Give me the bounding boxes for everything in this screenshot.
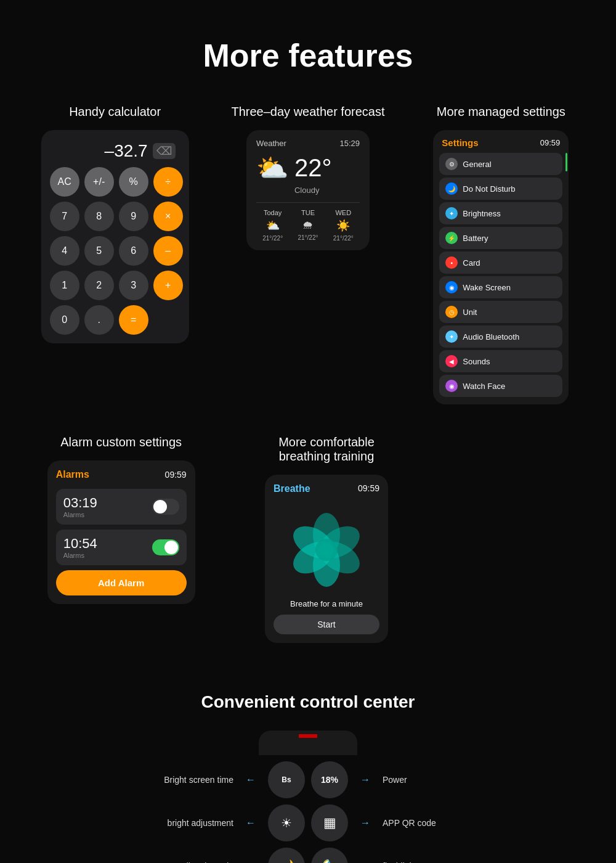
calc-btn-plusminus[interactable]: +/- xyxy=(84,167,114,197)
settings-item-audio[interactable]: ✦ Audio Bluetooth xyxy=(439,325,562,348)
calc-btn-percent[interactable]: % xyxy=(119,167,148,197)
calc-btn-0[interactable]: 0 xyxy=(50,305,79,335)
calculator-widget: –32.7 ⌫ AC +/- % ÷ 7 8 9 × 4 5 6 – 1 xyxy=(41,130,189,343)
settings-item-sounds[interactable]: ◀ Sounds xyxy=(439,350,562,372)
weather-cloud-icon: ⛅ xyxy=(256,153,288,183)
breathe-header: Breathe 09:59 xyxy=(274,483,379,494)
weather-desc: Cloudy xyxy=(294,186,360,195)
alarm-toggle-1[interactable] xyxy=(152,499,179,515)
control-center-layout: Bright screen time Bs 18% Power bright a… xyxy=(18,730,598,863)
cc-rows: Bright screen time Bs 18% Power bright a… xyxy=(123,761,493,863)
weather-header-left: Weather xyxy=(256,139,286,148)
settings-item-watchface[interactable]: ◉ Watch Face xyxy=(439,375,562,397)
alarm-label-2: Alarms xyxy=(63,552,97,559)
calc-btn-divide[interactable]: ÷ xyxy=(153,167,183,197)
alarm-label: Alarm custom settings xyxy=(60,435,182,449)
calc-btn-8[interactable]: 8 xyxy=(84,202,114,231)
breathe-time: 09:59 xyxy=(358,483,379,494)
calc-btn-ac[interactable]: AC xyxy=(50,167,79,197)
settings-item-dnd-label: Do Not Disturb xyxy=(463,184,515,194)
cc-buttons-3: 🌙 🔦 xyxy=(268,848,348,863)
wakescreen-icon: ◉ xyxy=(445,281,458,293)
cc-btn-power-label: 18% xyxy=(321,775,338,785)
settings-block: More managed settings Settings 09:59 ⚙ G… xyxy=(415,105,587,404)
calc-btn-4[interactable]: 4 xyxy=(50,236,79,266)
forecast-today: Today ⛅ 21°/22° xyxy=(262,209,283,242)
forecast-tue: TUE 🌧 21°/22° xyxy=(298,209,318,242)
settings-item-card-label: Card xyxy=(463,258,480,268)
cc-btn-bright-adj[interactable]: ☀ xyxy=(268,804,305,841)
calc-btn-equals[interactable]: = xyxy=(119,305,148,335)
device-top xyxy=(259,730,357,755)
alarm-info-2: 10:54 Alarms xyxy=(63,536,97,559)
settings-item-brightness-label: Brightness xyxy=(463,209,500,218)
backspace-icon[interactable]: ⌫ xyxy=(153,143,176,159)
cc-btn-bright-adj-icon: ☀ xyxy=(281,816,292,830)
alarm-block: Alarm custom settings Alarms 09:59 03:19… xyxy=(35,435,208,604)
cc-btn-qr-icon: ▦ xyxy=(323,815,336,831)
unit-icon: ◷ xyxy=(445,306,458,318)
weather-forecast: Today ⛅ 21°/22° TUE 🌧 21°/22° WED ☀️ 21°… xyxy=(256,202,360,242)
calc-btn-dot[interactable]: . xyxy=(84,305,114,335)
calc-btn-1[interactable]: 1 xyxy=(50,271,79,300)
weather-widget: Weather 15:29 ⛅ 22° Cloudy Today ⛅ 21°/2… xyxy=(246,130,370,250)
cc-label-bright-screen: Bright screen time xyxy=(123,775,233,785)
forecast-today-label: Today xyxy=(264,209,282,216)
control-center-section: Convenient control center Bright screen … xyxy=(0,680,616,863)
calc-btn-9[interactable]: 9 xyxy=(119,202,148,231)
breathe-block: More comfortable breathing training Brea… xyxy=(240,435,413,643)
card-icon: ▪ xyxy=(445,256,458,269)
calc-btn-2[interactable]: 2 xyxy=(84,271,114,300)
cc-btn-qr[interactable]: ▦ xyxy=(311,804,348,841)
alarm-item-1: 03:19 Alarms xyxy=(56,489,187,525)
weather-header: Weather 15:29 xyxy=(256,139,360,148)
cc-btn-dnd[interactable]: 🌙 xyxy=(268,848,305,863)
breathe-start-button[interactable]: Start xyxy=(274,615,379,634)
cc-btn-bright-screen[interactable]: Bs xyxy=(268,761,305,798)
calc-btn-multiply[interactable]: × xyxy=(153,202,183,231)
top-row: Handy calculator –32.7 ⌫ AC +/- % ÷ 7 8 … xyxy=(0,105,616,404)
toggle-thumb-2 xyxy=(164,541,178,554)
cc-btn-bright-screen-label: Bs xyxy=(282,775,291,784)
settings-widget: Settings 09:59 ⚙ General 🌙 Do Not Distur… xyxy=(433,130,569,404)
calculator-label: Handy calculator xyxy=(69,105,161,119)
calc-buttons: AC +/- % ÷ 7 8 9 × 4 5 6 – 1 2 3 + 0 xyxy=(50,167,180,335)
settings-item-dnd[interactable]: 🌙 Do Not Disturb xyxy=(439,178,562,200)
cc-arrow-left-2 xyxy=(246,817,256,828)
calc-value: –32.7 xyxy=(105,141,148,161)
settings-item-card[interactable]: ▪ Card xyxy=(439,252,562,274)
settings-item-battery[interactable]: ⚡ Battery xyxy=(439,227,562,249)
settings-item-unit[interactable]: ◷ Unit xyxy=(439,301,562,323)
audio-icon: ✦ xyxy=(445,330,458,343)
alarm-toggle-2[interactable] xyxy=(152,539,179,555)
settings-item-brightness[interactable]: ✦ Brightness xyxy=(439,202,562,224)
calc-btn-5[interactable]: 5 xyxy=(84,236,114,266)
alarm-time: 09:59 xyxy=(165,470,187,480)
alarm-widget: Alarms 09:59 03:19 Alarms 10:54 Alarms xyxy=(47,460,195,604)
alarm-clock-2: 10:54 xyxy=(63,536,97,552)
forecast-wed-label: WED xyxy=(335,209,351,216)
settings-header: Settings 09:59 xyxy=(439,137,562,148)
settings-item-wakescreen[interactable]: ◉ Wake Screen xyxy=(439,276,562,298)
calculator-block: Handy calculator –32.7 ⌫ AC +/- % ÷ 7 8 … xyxy=(29,105,201,343)
forecast-tue-temps: 21°/22° xyxy=(298,234,318,241)
settings-label: More managed settings xyxy=(437,105,565,119)
calc-btn-minus[interactable]: – xyxy=(153,236,183,266)
sounds-icon: ◀ xyxy=(445,355,458,367)
cc-btn-power[interactable]: 18% xyxy=(311,761,348,798)
calc-btn-6[interactable]: 6 xyxy=(119,236,148,266)
alarm-header: Alarms 09:59 xyxy=(56,469,187,480)
control-center-title: Convenient control center xyxy=(18,692,598,712)
cc-btn-flashlight[interactable]: 🔦 xyxy=(311,848,348,863)
add-alarm-button[interactable]: Add Alarm xyxy=(56,570,187,595)
forecast-tue-label: TUE xyxy=(301,209,315,216)
svg-point-6 xyxy=(315,539,338,561)
calc-btn-3[interactable]: 3 xyxy=(119,271,148,300)
forecast-tue-icon: 🌧 xyxy=(302,219,314,232)
calc-btn-7[interactable]: 7 xyxy=(50,202,79,231)
settings-item-general[interactable]: ⚙ General xyxy=(439,153,562,175)
cc-label-power: Power xyxy=(383,775,493,785)
calc-btn-plus[interactable]: + xyxy=(153,271,183,300)
general-icon: ⚙ xyxy=(445,158,458,170)
weather-block: Three–day weather forecast Weather 15:29… xyxy=(222,105,394,250)
